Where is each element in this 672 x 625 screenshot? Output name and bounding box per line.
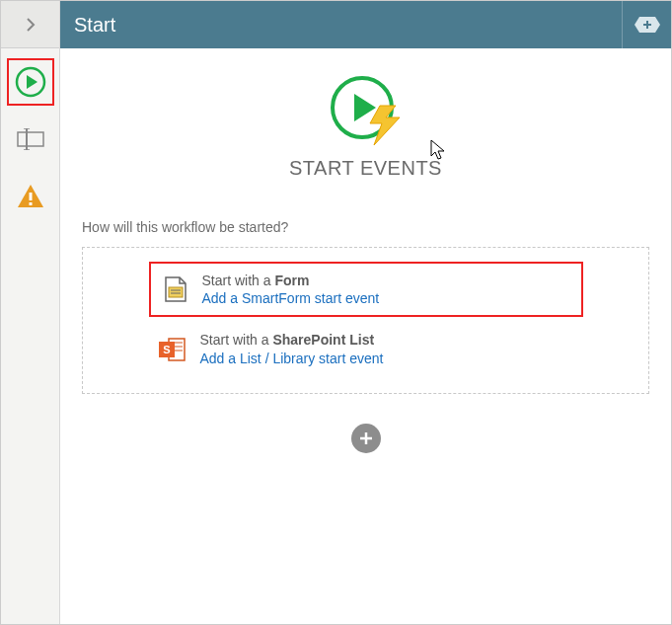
option-start-with-form[interactable]: Start with a Form Add a SmartForm start … <box>149 262 583 317</box>
sidebar-item-start-events[interactable] <box>7 58 54 106</box>
plus-icon <box>358 430 374 446</box>
content-area: START EVENTS How will this workflow be s… <box>60 48 671 624</box>
hero: START EVENTS <box>82 72 649 180</box>
text-cursor-icon <box>16 128 45 150</box>
warning-triangle-icon <box>16 183 45 210</box>
sidebar-expand-toggle[interactable] <box>1 1 59 48</box>
main-panel: Start START EVENTS <box>60 1 671 624</box>
header-action-button[interactable] <box>622 1 671 48</box>
sharepoint-icon: S <box>159 336 187 363</box>
hero-title: START EVENTS <box>289 157 442 180</box>
form-icon <box>161 275 188 303</box>
play-circle-icon <box>14 65 47 99</box>
option-sharepoint-text: Start with a SharePoint List Add a List … <box>200 331 384 366</box>
option-form-title: Start with a Form <box>202 272 380 289</box>
sidebar <box>1 1 60 624</box>
option-sharepoint-title: Start with a SharePoint List <box>200 331 384 349</box>
svg-rect-6 <box>29 202 32 205</box>
svg-text:S: S <box>163 344 170 355</box>
add-start-event-button[interactable] <box>351 424 381 453</box>
option-form-link[interactable]: Add a SmartForm start event <box>202 289 380 307</box>
chevron-right-icon <box>24 18 37 32</box>
sidebar-item-rename[interactable] <box>7 116 54 163</box>
start-events-hero-icon <box>327 72 406 151</box>
add-more-container <box>82 424 649 453</box>
svg-rect-10 <box>169 287 183 297</box>
svg-rect-5 <box>29 193 32 200</box>
tag-plus-icon <box>635 17 660 33</box>
sidebar-item-warnings[interactable] <box>7 173 54 220</box>
option-sharepoint-link[interactable]: Add a List / Library start event <box>200 350 384 367</box>
panel-header: Start <box>60 1 671 48</box>
start-options-container: Start with a Form Add a SmartForm start … <box>82 247 649 394</box>
option-start-with-sharepoint[interactable]: S Start with a SharePoint List Add a Lis… <box>149 323 583 374</box>
panel-title: Start <box>74 14 115 37</box>
option-form-text: Start with a Form Add a SmartForm start … <box>202 272 380 307</box>
workflow-start-prompt: How will this workflow be started? <box>82 219 649 235</box>
svg-rect-1 <box>18 132 43 146</box>
